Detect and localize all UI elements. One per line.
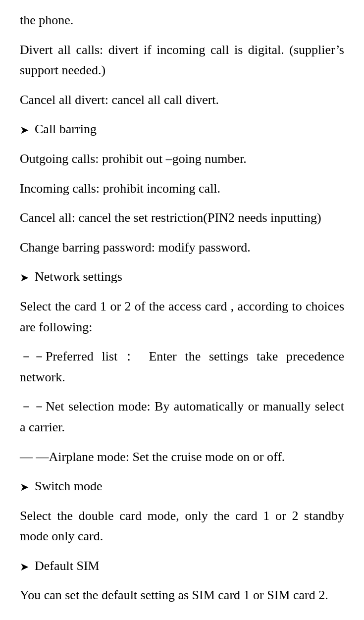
paragraph-divert-all: Divert all calls: divert if incoming cal… — [20, 40, 344, 81]
paragraph-change-barring: Change barring password: modify password… — [20, 237, 344, 258]
section-default-sim: ➤ Default SIM — [20, 556, 344, 576]
arrow-icon-call-barring: ➤ — [20, 121, 29, 139]
section-switch-mode: ➤ Switch mode — [20, 476, 344, 497]
switch-mode-heading: Switch mode — [35, 476, 103, 497]
paragraph-switch-mode: Select the double card mode, only the ca… — [20, 506, 344, 547]
paragraph-cancel-all-divert: Cancel all divert: cancel all call diver… — [20, 90, 344, 110]
network-settings-heading: Network settings — [35, 266, 122, 287]
arrow-icon-default-sim: ➤ — [20, 558, 29, 575]
paragraph-network-intro: Select the card 1 or 2 of the access car… — [20, 296, 344, 337]
arrow-icon-switch-mode: ➤ — [20, 478, 29, 496]
section-network-settings: ➤ Network settings — [20, 266, 344, 287]
paragraph-cancel-all: Cancel all: cancel the set restriction(P… — [20, 207, 344, 228]
arrow-icon-speed-dial: ➤ — [20, 617, 29, 620]
speed-dial-heading: Speed dial — [35, 615, 89, 620]
dash-preferred-list: －－Preferred list： Enter the settings tak… — [20, 346, 344, 387]
section-speed-dial: ➤ Speed dial — [20, 615, 344, 620]
arrow-icon-network: ➤ — [20, 269, 29, 286]
paragraph-outgoing-calls: Outgoing calls: prohibit out –going numb… — [20, 149, 344, 169]
section-call-barring: ➤ Call barring — [20, 119, 344, 140]
default-sim-heading: Default SIM — [35, 556, 100, 576]
paragraph-default-sim: You can set the default setting as SIM c… — [20, 585, 344, 606]
call-barring-heading: Call barring — [35, 119, 97, 140]
paragraph-the-phone: the phone. — [20, 10, 344, 31]
dash-net-selection: －－Net selection mode: By automatically o… — [20, 396, 344, 437]
dash-airplane-mode: — —Airplane mode: Set the cruise mode on… — [20, 447, 344, 467]
paragraph-incoming-calls: Incoming calls: prohibit incoming call. — [20, 178, 344, 199]
